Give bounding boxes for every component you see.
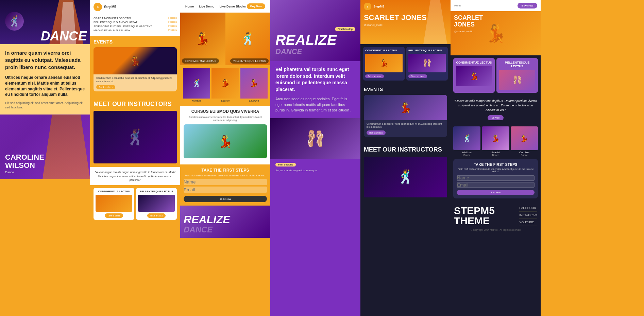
col5-badge-1: CONDIMENTUZ LECTUS 💃 Take a class xyxy=(363,47,405,81)
form-item-1: CRAS TINCIDUNT LOBORTIS xyxy=(94,17,168,20)
col5-badge-img-2: 🩰 xyxy=(408,54,446,72)
realize-content: REALIZE DANCE xyxy=(184,214,230,234)
badge-btn-1[interactable]: Take a class xyxy=(105,213,123,218)
badge-title-2: PELLENTESQUE LECTUS xyxy=(138,190,175,193)
col6-scarlet-role: Dance xyxy=(482,154,509,156)
col5-event-btn[interactable]: Book a class xyxy=(367,130,386,135)
col4-realize-text: REALIZE xyxy=(275,33,355,47)
steps-title: TAKE THE FIRST STEPS xyxy=(184,168,267,173)
form-badge-3: Facilisis xyxy=(168,25,177,28)
col6-steps-title: TAKE THE FIRST STEPS xyxy=(457,162,535,166)
col6-nav-placeholder: Menu xyxy=(454,4,461,7)
col5-badge-img-1: 💃 xyxy=(365,54,403,72)
col1-circle-image: 🕺 xyxy=(5,12,24,31)
col6-footer-content: STEPM5 THEME FACEBOOK INSTAGRAM YOUTUBE xyxy=(454,202,537,226)
col4-first-booking-badge: First booking xyxy=(335,27,355,31)
steps-submit-btn[interactable]: Join Now xyxy=(184,196,267,202)
scarlet-img: 💃 xyxy=(211,68,239,99)
col4-dance-text: DANCE xyxy=(275,47,355,56)
col6-badge-2: PELLENTESQUE LECTUS 🩰 xyxy=(496,58,538,93)
form-badge-4: Facilisis xyxy=(168,29,177,32)
col5-event-text: Condimentum a consectur nunc sed tincidu… xyxy=(367,122,444,129)
column-4: First booking REALIZE DANCE Vel pharetra… xyxy=(270,0,360,316)
col2-instructors-title: MEET OUR INSTRUCTORS xyxy=(94,101,177,108)
col4-secondary-text: Arcu non sodales neque sodales. Eget fel… xyxy=(275,96,355,113)
col6-submit-btn[interactable]: Join Now xyxy=(457,190,535,195)
caroline-label: Caroline xyxy=(240,99,268,103)
column-3: Home Live Demo Live Demo Blocks Buy Now … xyxy=(180,0,270,316)
col6-instructor-hero: 💃 SCARLETJONES @scarlet_mollit xyxy=(451,11,541,55)
col5-take-class-2[interactable]: Take a class xyxy=(408,74,427,78)
col6-brand: STEPM5 THEME xyxy=(454,206,495,226)
col3-instructors-row: 🕺 Melissa 💃 Scarlet 💃 Caroline xyxy=(180,65,270,106)
nav-buy-btn[interactable]: Buy Now xyxy=(247,3,265,9)
events-card-body-1: Condimentum a consectur nunc sed tincidu… xyxy=(94,74,177,91)
melissa-label: Melissa xyxy=(183,99,210,103)
steps-input-1[interactable] xyxy=(184,179,267,185)
events-title: EVENTS xyxy=(94,39,177,45)
hero-badge-row: CONDIMENTUZ LECTUS PELLENTESQUE LECTUS xyxy=(182,58,269,64)
col6-badge-img-2: 🩰 xyxy=(499,70,535,90)
badge-card-2: PELLENTESQUE LECTUS Take a class xyxy=(136,188,177,220)
col6-instructor-melissa: 🕺 Melissa Dance xyxy=(453,126,480,156)
nav-demo[interactable]: Live Demo xyxy=(199,5,215,8)
col6-badge-title-2: PELLENTESQUE LECTUS xyxy=(499,61,535,68)
hero-dancer-right: 🕺 xyxy=(225,13,271,65)
col6-badge-title-1: CONDIMENTUZ LECTUS xyxy=(456,61,492,65)
col6-steps-text: Proin nibh nisl condimentum id venenatis… xyxy=(457,168,535,173)
steps-input-2[interactable] xyxy=(184,187,267,193)
col6-youtube[interactable]: YOUTUBE xyxy=(519,219,537,226)
col6-instructor-caroline: 💃 Caroline Dance xyxy=(511,126,538,156)
col6-quote-text: "Donec ac odio tempor orci dapibus. Ut t… xyxy=(454,99,537,113)
col5-event-card: 💃 Condimentum a consectur nunc sed tinci… xyxy=(364,95,447,137)
col5-take-class-1[interactable]: Take a class xyxy=(365,74,384,78)
col5-badge-title-1: CONDIMENTUZ LECTUS xyxy=(365,49,403,52)
col6-name-input[interactable] xyxy=(457,175,535,181)
col5-hero: S StepM5 SCARLET JONES @scarlet_mollit xyxy=(360,0,451,44)
form-row-2: PELLENTESQUE DIAM VOLUTPAT Facilisis xyxy=(94,21,177,24)
nav-blocks[interactable]: Live Demo Blocks xyxy=(220,5,246,8)
col5-event-body: Condimentum a consectur nunc sed tincidu… xyxy=(364,120,447,137)
col6-badge-img-1: 💃 xyxy=(456,66,492,86)
col5-dance-img: 🕺 xyxy=(364,157,447,197)
caroline-img: 💃 xyxy=(240,68,268,99)
col6-top-nav: Menu Buy Now xyxy=(451,0,541,11)
col6-badge-1: CONDIMENTUZ LECTUS 💃 xyxy=(453,58,495,93)
col3-steps: TAKE THE FIRST STEPS Proin nibh nisl con… xyxy=(180,164,270,206)
col6-stepm5-line1: STEPM5 xyxy=(454,206,495,216)
dance-image-icon: 🕺 xyxy=(94,111,177,163)
col6-scarlet-info: SCARLETJONES @scarlet_mollit xyxy=(454,15,483,33)
col4-realize: First booking REALIZE DANCE xyxy=(270,0,360,61)
col3-hero: 💃 🕺 CONDIMENTUZ LECTUS PELLENTESQUE LECT… xyxy=(180,13,270,65)
col6-service-btn[interactable]: Service xyxy=(488,115,504,120)
dance-text: DANCE xyxy=(184,225,230,234)
col6-stepm5-line2: THEME xyxy=(454,216,495,226)
form-item-4: MAGNA ETIAM MALESUADA xyxy=(94,29,168,32)
form-title: CURSUS EUISMOD QUIS VIVERRA xyxy=(184,109,267,114)
dance-title: DANCE xyxy=(0,30,87,42)
badge-img-2 xyxy=(138,195,175,212)
col2-bottom-badges: CONDIMENTUZ LECTUS Take a class PELLENTE… xyxy=(90,185,180,223)
badge-card-1: CONDIMENTUZ LECTUS Take a class xyxy=(94,188,134,220)
instructor-card-melissa: 🕺 Melissa xyxy=(183,68,210,103)
col1-main-text: In ornare quam viverra orci sagittis eu … xyxy=(5,49,85,71)
logo-circle: S xyxy=(94,3,102,11)
events-dancer: 💃 xyxy=(94,47,177,74)
col6-social-links: FACEBOOK INSTAGRAM YOUTUBE xyxy=(519,205,537,226)
badge-btn-2[interactable]: Take a class xyxy=(147,213,166,218)
col1-text-section: In ornare quam viverra orci sagittis eu … xyxy=(0,44,90,115)
form-badge-2: Facilisis xyxy=(168,21,177,24)
dancer-figure: 🕺 xyxy=(5,12,24,31)
steps-text: Proin nibh nisl condimentum id venenatis… xyxy=(184,174,267,177)
col5-event-img: 💃 xyxy=(364,95,447,120)
nav-home[interactable]: Home xyxy=(185,5,194,8)
events-image-1: 💃 xyxy=(94,47,177,74)
col6-instagram[interactable]: INSTAGRAM xyxy=(519,212,537,219)
events-card-text-1: Condimentum a consectur nunc sed tincidu… xyxy=(96,76,174,83)
events-btn-1[interactable]: Book a class xyxy=(96,85,115,89)
col6-buy-btn[interactable]: Buy Now xyxy=(518,3,537,8)
col5-badges: CONDIMENTUZ LECTUS 💃 Take a class PELLEN… xyxy=(360,44,451,83)
col6-email-input[interactable] xyxy=(457,182,535,188)
col6-facebook[interactable]: FACEBOOK xyxy=(519,205,537,212)
form-row-4: MAGNA ETIAM MALESUADA Facilisis xyxy=(94,29,177,32)
